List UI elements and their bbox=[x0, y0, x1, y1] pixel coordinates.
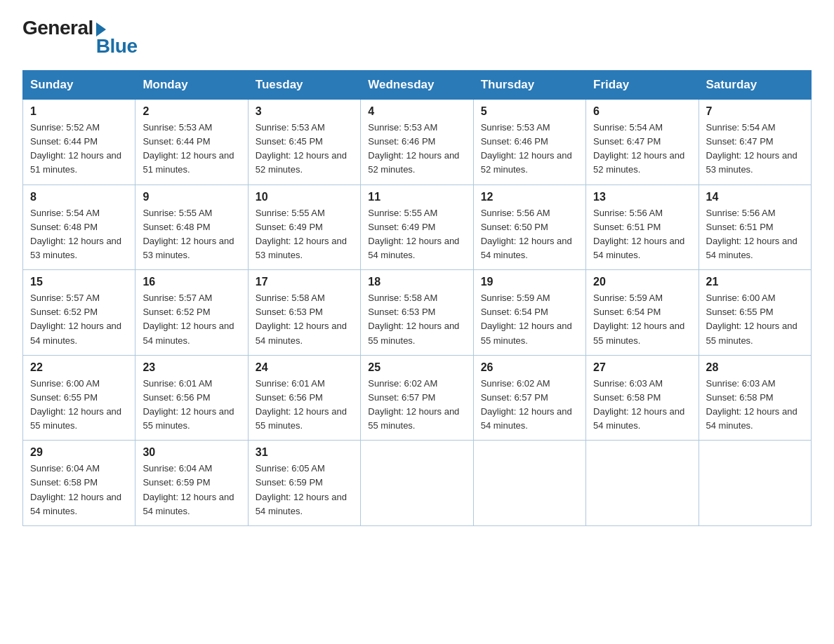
calendar-cell: 15 Sunrise: 5:57 AMSunset: 6:52 PMDaylig… bbox=[23, 270, 135, 356]
calendar-cell bbox=[699, 441, 811, 526]
week-row-4: 22 Sunrise: 6:00 AMSunset: 6:55 PMDaylig… bbox=[23, 355, 812, 441]
header-monday: Monday bbox=[135, 71, 248, 100]
week-row-2: 8 Sunrise: 5:54 AMSunset: 6:48 PMDayligh… bbox=[23, 185, 812, 270]
day-number: 25 bbox=[368, 361, 465, 374]
calendar-table: SundayMondayTuesdayWednesdayThursdayFrid… bbox=[22, 70, 812, 526]
day-number: 9 bbox=[143, 191, 240, 203]
calendar-cell bbox=[473, 441, 585, 526]
day-info: Sunrise: 5:58 AMSunset: 6:53 PMDaylight:… bbox=[256, 293, 347, 345]
day-info: Sunrise: 6:04 AMSunset: 6:58 PMDaylight:… bbox=[30, 463, 121, 516]
calendar-cell: 12 Sunrise: 5:56 AMSunset: 6:50 PMDaylig… bbox=[473, 185, 585, 270]
day-number: 6 bbox=[593, 105, 691, 118]
day-info: Sunrise: 5:54 AMSunset: 6:47 PMDaylight:… bbox=[706, 122, 797, 175]
calendar-cell: 3 Sunrise: 5:53 AMSunset: 6:45 PMDayligh… bbox=[248, 100, 360, 185]
calendar-cell: 20 Sunrise: 5:59 AMSunset: 6:54 PMDaylig… bbox=[586, 270, 699, 356]
day-info: Sunrise: 6:00 AMSunset: 6:55 PMDaylight:… bbox=[30, 378, 121, 431]
day-number: 2 bbox=[143, 105, 240, 118]
calendar-cell: 29 Sunrise: 6:04 AMSunset: 6:58 PMDaylig… bbox=[23, 441, 135, 526]
day-number: 16 bbox=[143, 276, 240, 288]
day-number: 1 bbox=[30, 105, 128, 118]
day-info: Sunrise: 5:55 AMSunset: 6:48 PMDaylight:… bbox=[143, 208, 234, 260]
day-info: Sunrise: 5:53 AMSunset: 6:44 PMDaylight:… bbox=[143, 122, 234, 175]
calendar-cell: 11 Sunrise: 5:55 AMSunset: 6:49 PMDaylig… bbox=[361, 185, 473, 270]
calendar-cell: 17 Sunrise: 5:58 AMSunset: 6:53 PMDaylig… bbox=[248, 270, 360, 356]
calendar-cell: 10 Sunrise: 5:55 AMSunset: 6:49 PMDaylig… bbox=[248, 185, 360, 270]
calendar-cell bbox=[361, 441, 473, 526]
day-number: 7 bbox=[706, 105, 804, 118]
day-number: 15 bbox=[30, 276, 128, 288]
header-sunday: Sunday bbox=[23, 71, 135, 100]
day-info: Sunrise: 6:04 AMSunset: 6:59 PMDaylight:… bbox=[143, 463, 234, 516]
day-info: Sunrise: 6:05 AMSunset: 6:59 PMDaylight:… bbox=[256, 463, 347, 516]
calendar-header-row: SundayMondayTuesdayWednesdayThursdayFrid… bbox=[23, 71, 812, 100]
day-info: Sunrise: 5:55 AMSunset: 6:49 PMDaylight:… bbox=[256, 208, 347, 260]
logo-blue-text: Blue bbox=[96, 35, 138, 58]
header-thursday: Thursday bbox=[473, 71, 585, 100]
day-info: Sunrise: 5:53 AMSunset: 6:45 PMDaylight:… bbox=[256, 122, 347, 175]
day-number: 24 bbox=[256, 361, 353, 374]
day-number: 26 bbox=[481, 361, 578, 374]
day-info: Sunrise: 5:54 AMSunset: 6:47 PMDaylight:… bbox=[593, 122, 684, 175]
calendar-cell: 25 Sunrise: 6:02 AMSunset: 6:57 PMDaylig… bbox=[361, 355, 473, 441]
header-wednesday: Wednesday bbox=[361, 71, 473, 100]
day-info: Sunrise: 6:01 AMSunset: 6:56 PMDaylight:… bbox=[143, 378, 234, 431]
calendar-cell: 7 Sunrise: 5:54 AMSunset: 6:47 PMDayligh… bbox=[699, 100, 811, 185]
day-info: Sunrise: 6:01 AMSunset: 6:56 PMDaylight:… bbox=[256, 378, 347, 431]
day-number: 19 bbox=[481, 276, 578, 288]
day-info: Sunrise: 5:53 AMSunset: 6:46 PMDaylight:… bbox=[481, 122, 572, 175]
day-number: 3 bbox=[256, 105, 353, 118]
calendar-cell: 8 Sunrise: 5:54 AMSunset: 6:48 PMDayligh… bbox=[23, 185, 135, 270]
calendar-cell: 19 Sunrise: 5:59 AMSunset: 6:54 PMDaylig… bbox=[473, 270, 585, 356]
calendar-cell: 5 Sunrise: 5:53 AMSunset: 6:46 PMDayligh… bbox=[473, 100, 585, 185]
day-number: 14 bbox=[706, 191, 804, 203]
day-info: Sunrise: 5:56 AMSunset: 6:50 PMDaylight:… bbox=[481, 208, 572, 260]
calendar-cell: 18 Sunrise: 5:58 AMSunset: 6:53 PMDaylig… bbox=[361, 270, 473, 356]
day-number: 5 bbox=[481, 105, 578, 118]
day-info: Sunrise: 6:03 AMSunset: 6:58 PMDaylight:… bbox=[593, 378, 684, 431]
day-number: 13 bbox=[593, 191, 691, 203]
day-info: Sunrise: 6:02 AMSunset: 6:57 PMDaylight:… bbox=[368, 378, 459, 431]
week-row-5: 29 Sunrise: 6:04 AMSunset: 6:58 PMDaylig… bbox=[23, 441, 812, 526]
day-number: 20 bbox=[593, 276, 691, 288]
calendar-cell: 28 Sunrise: 6:03 AMSunset: 6:58 PMDaylig… bbox=[699, 355, 811, 441]
day-number: 21 bbox=[706, 276, 804, 288]
day-info: Sunrise: 5:57 AMSunset: 6:52 PMDaylight:… bbox=[143, 293, 234, 345]
week-row-3: 15 Sunrise: 5:57 AMSunset: 6:52 PMDaylig… bbox=[23, 270, 812, 356]
day-number: 23 bbox=[143, 361, 240, 374]
day-info: Sunrise: 5:57 AMSunset: 6:52 PMDaylight:… bbox=[30, 293, 121, 345]
header-friday: Friday bbox=[586, 71, 699, 100]
day-info: Sunrise: 5:56 AMSunset: 6:51 PMDaylight:… bbox=[593, 208, 684, 260]
day-number: 4 bbox=[368, 105, 465, 118]
day-info: Sunrise: 6:03 AMSunset: 6:58 PMDaylight:… bbox=[706, 378, 797, 431]
calendar-cell: 13 Sunrise: 5:56 AMSunset: 6:51 PMDaylig… bbox=[586, 185, 699, 270]
day-info: Sunrise: 5:55 AMSunset: 6:49 PMDaylight:… bbox=[368, 208, 459, 260]
logo: General General Blue bbox=[22, 17, 137, 58]
day-number: 27 bbox=[593, 361, 691, 374]
day-info: Sunrise: 5:53 AMSunset: 6:46 PMDaylight:… bbox=[368, 122, 459, 175]
day-info: Sunrise: 5:52 AMSunset: 6:44 PMDaylight:… bbox=[30, 122, 121, 175]
day-number: 18 bbox=[368, 276, 465, 288]
day-info: Sunrise: 5:54 AMSunset: 6:48 PMDaylight:… bbox=[30, 208, 121, 260]
calendar-cell: 6 Sunrise: 5:54 AMSunset: 6:47 PMDayligh… bbox=[586, 100, 699, 185]
day-number: 12 bbox=[481, 191, 578, 203]
calendar-cell: 31 Sunrise: 6:05 AMSunset: 6:59 PMDaylig… bbox=[248, 441, 360, 526]
day-number: 31 bbox=[256, 446, 353, 459]
page-header: General General Blue bbox=[22, 17, 812, 58]
calendar-cell: 27 Sunrise: 6:03 AMSunset: 6:58 PMDaylig… bbox=[586, 355, 699, 441]
calendar-cell: 22 Sunrise: 6:00 AMSunset: 6:55 PMDaylig… bbox=[23, 355, 135, 441]
day-number: 17 bbox=[256, 276, 353, 288]
day-info: Sunrise: 5:59 AMSunset: 6:54 PMDaylight:… bbox=[481, 293, 572, 345]
day-info: Sunrise: 6:00 AMSunset: 6:55 PMDaylight:… bbox=[706, 293, 797, 345]
calendar-cell: 21 Sunrise: 6:00 AMSunset: 6:55 PMDaylig… bbox=[699, 270, 811, 356]
calendar-cell: 30 Sunrise: 6:04 AMSunset: 6:59 PMDaylig… bbox=[135, 441, 248, 526]
day-number: 29 bbox=[30, 446, 128, 459]
day-number: 10 bbox=[256, 191, 353, 203]
day-info: Sunrise: 6:02 AMSunset: 6:57 PMDaylight:… bbox=[481, 378, 572, 431]
day-info: Sunrise: 5:58 AMSunset: 6:53 PMDaylight:… bbox=[368, 293, 459, 345]
week-row-1: 1 Sunrise: 5:52 AMSunset: 6:44 PMDayligh… bbox=[23, 100, 812, 185]
day-number: 11 bbox=[368, 191, 465, 203]
calendar-cell: 1 Sunrise: 5:52 AMSunset: 6:44 PMDayligh… bbox=[23, 100, 135, 185]
header-tuesday: Tuesday bbox=[248, 71, 360, 100]
calendar-cell bbox=[586, 441, 699, 526]
calendar-cell: 26 Sunrise: 6:02 AMSunset: 6:57 PMDaylig… bbox=[473, 355, 585, 441]
